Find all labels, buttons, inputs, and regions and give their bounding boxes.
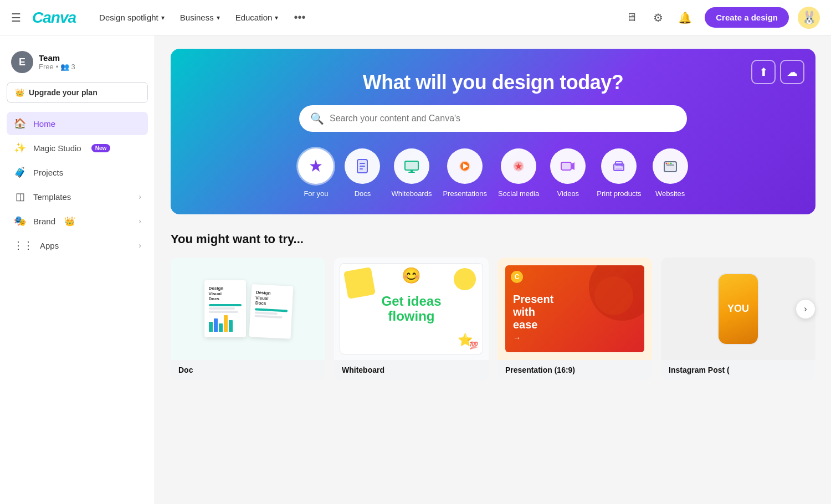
- crown-badge-icon: 👑: [64, 216, 75, 227]
- category-social-media-icon: [501, 148, 536, 184]
- svg-rect-17: [615, 168, 622, 171]
- svg-point-22: [668, 163, 669, 164]
- sidebar-user-name: Team: [39, 53, 75, 63]
- try-card-presentation[interactable]: C Presentwithease → Presentation (16:9): [497, 258, 652, 380]
- crown-icon: 👑: [15, 88, 24, 97]
- topnav: ☰ Canva Design spotlight ▾ Business ▾ Ed…: [0, 0, 831, 35]
- try-card-whiteboard-label: Whiteboard: [334, 360, 489, 380]
- avatar[interactable]: 🐰: [798, 7, 820, 29]
- search-icon: 🔍: [310, 112, 324, 125]
- sidebar-item-label: Templates: [33, 192, 71, 202]
- svg-point-21: [665, 163, 667, 164]
- try-section: You might want to try... DesignVisualDoc…: [171, 232, 815, 380]
- try-cards: DesignVisualDocs: [171, 258, 815, 380]
- next-arrow-button[interactable]: ›: [796, 299, 815, 319]
- category-for-you-icon: [298, 148, 334, 184]
- category-print-products-icon: [601, 148, 637, 184]
- sidebar-user-info: Team Free • 👥 3: [39, 53, 75, 71]
- sidebar-item-home[interactable]: 🏠 Home: [7, 112, 148, 135]
- svg-rect-3: [360, 166, 365, 167]
- category-videos[interactable]: Videos: [550, 148, 586, 198]
- svg-rect-8: [408, 172, 415, 173]
- sidebar-item-brand[interactable]: 🎭 Brand 👑 ›: [7, 209, 148, 233]
- sidebar-item-label: Apps: [40, 241, 59, 250]
- svg-rect-4: [360, 168, 363, 169]
- try-card-doc-preview: DesignVisualDocs: [171, 258, 325, 360]
- try-card-presentation-label: Presentation (16:9): [497, 360, 652, 380]
- topnav-menus: Design spotlight ▾ Business ▾ Education …: [93, 7, 312, 28]
- category-social-media[interactable]: Social media: [498, 148, 539, 198]
- logo[interactable]: Canva: [32, 9, 76, 27]
- hero-categories: For you Docs: [193, 148, 793, 198]
- sidebar-item-label: Brand: [33, 217, 55, 226]
- apps-icon: ⋮⋮: [13, 239, 33, 251]
- category-videos-icon: [550, 148, 586, 184]
- try-card-whiteboard-preview: 😊 Get ideas flowing 💯 ⭐: [334, 258, 489, 360]
- chevron-down-icon: ▾: [217, 14, 220, 22]
- more-menu-button[interactable]: •••: [287, 7, 312, 28]
- sidebar-item-magic-studio[interactable]: ✨ Magic Studio New: [7, 136, 148, 160]
- sidebar-item-label: Magic Studio: [33, 143, 81, 153]
- svg-rect-12: [561, 162, 571, 170]
- try-section-title: You might want to try...: [171, 232, 815, 246]
- try-card-instagram[interactable]: YOU Instagram Post (: [661, 258, 815, 380]
- sidebar-avatar: E: [11, 51, 33, 73]
- sidebar-user: E Team Free • 👥 3: [7, 47, 148, 82]
- category-whiteboards[interactable]: Whiteboards: [391, 148, 432, 198]
- chevron-right-icon: ›: [138, 241, 141, 250]
- chevron-down-icon: ▾: [275, 14, 278, 22]
- category-whiteboards-icon: [394, 148, 429, 184]
- chevron-right-icon: ›: [138, 217, 141, 225]
- sidebar-item-templates[interactable]: ◫ Templates ›: [7, 185, 148, 208]
- notifications-icon[interactable]: 🔔: [674, 7, 696, 29]
- category-docs[interactable]: Docs: [345, 148, 380, 198]
- cloud-upload-icon[interactable]: ☁: [780, 60, 804, 84]
- new-badge: New: [91, 144, 111, 152]
- category-for-you[interactable]: For you: [298, 148, 334, 198]
- svg-point-18: [622, 165, 623, 167]
- layout: E Team Free • 👥 3 👑 Upgrade your plan 🏠 …: [0, 35, 831, 504]
- sidebar-user-sub: Free • 👥 3: [39, 63, 75, 71]
- menu-design-spotlight[interactable]: Design spotlight ▾: [93, 8, 171, 27]
- hero-banner: ⬆ ☁ What will you design today? 🔍 For yo…: [171, 49, 815, 214]
- home-icon: 🏠: [13, 117, 27, 130]
- magic-studio-icon: ✨: [13, 142, 27, 154]
- projects-icon: 🧳: [13, 166, 27, 178]
- hamburger-icon[interactable]: ☰: [11, 11, 21, 24]
- main-content: ⬆ ☁ What will you design today? 🔍 For yo…: [155, 35, 831, 504]
- create-design-button[interactable]: Create a design: [705, 7, 789, 28]
- try-card-presentation-preview: C Presentwithease →: [497, 258, 652, 360]
- hero-search-bar[interactable]: 🔍: [299, 105, 687, 132]
- sidebar: E Team Free • 👥 3 👑 Upgrade your plan 🏠 …: [0, 35, 155, 504]
- try-card-instagram-label: Instagram Post (: [661, 360, 815, 380]
- search-input[interactable]: [330, 114, 676, 124]
- chevron-right-icon: ›: [138, 192, 141, 201]
- try-card-doc-label: Doc: [171, 360, 325, 380]
- category-presentations-icon: [447, 148, 483, 184]
- svg-point-23: [670, 163, 671, 164]
- upload-icon[interactable]: ⬆: [751, 60, 776, 84]
- category-print-products[interactable]: Print products: [597, 148, 641, 198]
- category-presentations[interactable]: Presentations: [443, 148, 487, 198]
- menu-education[interactable]: Education ▾: [229, 8, 285, 27]
- upgrade-plan-button[interactable]: 👑 Upgrade your plan: [7, 82, 148, 103]
- settings-icon[interactable]: ⚙: [647, 7, 669, 29]
- chevron-down-icon: ▾: [161, 14, 165, 22]
- category-websites-icon: [653, 148, 688, 184]
- category-docs-icon: [345, 148, 380, 184]
- hero-title: What will you design today?: [193, 71, 793, 94]
- hero-top-icons: ⬆ ☁: [751, 60, 804, 84]
- topnav-icons: 🖥 ⚙ 🔔 Create a design 🐰: [620, 7, 820, 29]
- brand-icon: 🎭: [13, 215, 27, 227]
- templates-icon: ◫: [13, 191, 27, 203]
- try-card-whiteboard[interactable]: 😊 Get ideas flowing 💯 ⭐ Whiteboard: [334, 258, 489, 380]
- menu-business[interactable]: Business ▾: [173, 8, 227, 27]
- sidebar-nav: 🏠 Home ✨ Magic Studio New 🧳 Projects ◫ T…: [7, 112, 148, 257]
- sidebar-item-apps[interactable]: ⋮⋮ Apps ›: [7, 234, 148, 257]
- svg-rect-2: [360, 163, 365, 164]
- category-websites[interactable]: Websites: [653, 148, 688, 198]
- try-card-doc[interactable]: DesignVisualDocs: [171, 258, 325, 380]
- monitor-icon[interactable]: 🖥: [620, 7, 643, 29]
- svg-rect-5: [405, 161, 418, 170]
- sidebar-item-projects[interactable]: 🧳 Projects: [7, 161, 148, 184]
